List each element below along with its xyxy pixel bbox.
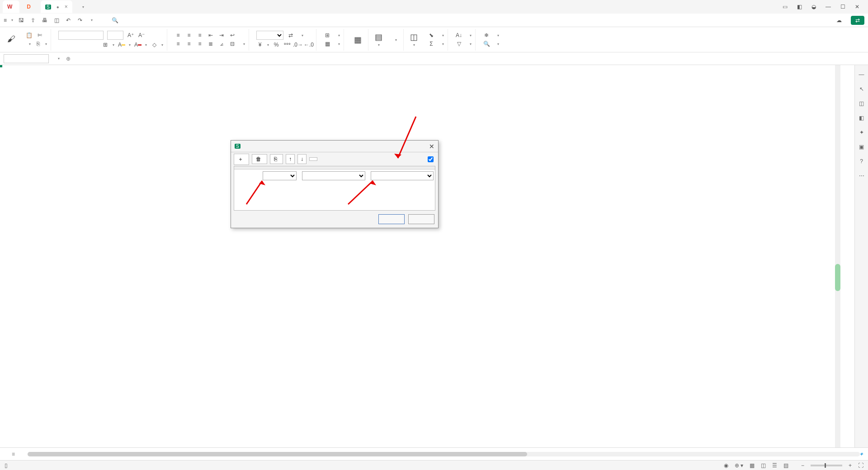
bold-button[interactable]	[58, 41, 66, 48]
table-style-button[interactable]: ▤▾	[372, 32, 385, 47]
zoom-in-icon[interactable]: +	[849, 462, 852, 469]
comma-icon[interactable]: ᵒᵒᵒ	[283, 41, 291, 48]
file-menu[interactable]: ▾	[9, 18, 13, 22]
fill-handle[interactable]	[0, 65, 2, 67]
border-icon[interactable]: ⊞	[102, 41, 109, 48]
app-tab[interactable]: W	[3, 0, 19, 13]
vertical-scrollbar[interactable]	[835, 65, 840, 447]
minimize-button[interactable]: —	[824, 4, 833, 10]
align-center-icon[interactable]: ≡	[185, 40, 193, 47]
currency-icon[interactable]: ¥	[256, 41, 264, 48]
find-icon[interactable]: 🔍	[483, 40, 490, 47]
dialog-titlebar[interactable]: S ✕	[231, 141, 438, 152]
add-condition-button[interactable]: ＋	[234, 154, 249, 165]
export-icon[interactable]: ⇪	[29, 17, 37, 24]
close-tab-icon[interactable]: ×	[65, 4, 68, 10]
more-icon[interactable]: ⋯	[859, 173, 864, 179]
layers-icon[interactable]: ▣	[859, 144, 864, 150]
view-normal-icon[interactable]: ▦	[750, 462, 755, 469]
merge-icon[interactable]: ⊟	[229, 40, 236, 47]
target-icon[interactable]: ⊕ ▾	[735, 462, 743, 469]
move-down-button[interactable]: ↓	[297, 154, 307, 164]
fill-color-icon[interactable]: A	[118, 41, 125, 48]
grid[interactable]	[0, 65, 854, 447]
order-select[interactable]	[371, 171, 434, 180]
eye-icon[interactable]: ◉	[724, 462, 728, 469]
template-tab[interactable]: D	[22, 0, 38, 13]
view-custom-icon[interactable]: ▤	[783, 462, 788, 469]
paste-icon[interactable]: 📋	[25, 32, 33, 39]
name-box[interactable]	[4, 54, 49, 63]
zoom-out-icon[interactable]: −	[801, 462, 804, 469]
select-icon[interactable]: ↖	[859, 86, 864, 92]
undo-icon[interactable]: ↶	[65, 17, 72, 24]
close-dialog-button[interactable]: ✕	[429, 143, 434, 150]
align-right-icon[interactable]: ≡	[196, 40, 203, 47]
cancel-button[interactable]	[408, 214, 434, 224]
sort-icon[interactable]: A↓	[455, 32, 462, 39]
scroll-thumb[interactable]	[835, 264, 840, 291]
minus-icon[interactable]: —	[859, 71, 864, 78]
help-icon[interactable]: ?	[860, 158, 863, 164]
close-window-button[interactable]: ✕	[853, 4, 862, 10]
cond-format-button[interactable]: ▾	[392, 37, 400, 42]
increase-font-icon[interactable]: A⁺	[127, 32, 134, 39]
underline-button[interactable]	[80, 41, 87, 48]
font-name-select[interactable]	[58, 31, 104, 40]
fullscreen-icon[interactable]: ⛶	[858, 462, 863, 469]
delete-condition-button[interactable]: 🗑	[252, 154, 267, 164]
number-format-select[interactable]	[256, 31, 283, 40]
indent-inc-icon[interactable]: ⇥	[218, 32, 225, 39]
header-checkbox[interactable]	[428, 156, 435, 162]
filter-icon[interactable]: ▽	[455, 40, 462, 47]
sheet-list-icon[interactable]: ≡	[12, 451, 15, 457]
record-icon[interactable]: ▯	[5, 462, 8, 469]
align-left-icon[interactable]: ≡	[175, 40, 182, 47]
wrap-icon[interactable]: ↩	[229, 32, 236, 39]
copy-condition-button[interactable]: ⎘	[270, 154, 283, 164]
indent-dec-icon[interactable]: ⇤	[207, 32, 214, 39]
format-painter-button[interactable]: 🖌	[5, 34, 18, 45]
cut-icon[interactable]: ✄	[36, 32, 43, 39]
convert-icon[interactable]: ⇄	[287, 32, 294, 39]
key-select[interactable]	[263, 171, 297, 180]
cell-style-button[interactable]: ◫▾	[407, 32, 420, 47]
preview-icon[interactable]: ◫	[53, 17, 60, 24]
orientation-icon[interactable]: ⦞	[218, 40, 225, 47]
redo-icon[interactable]: ↷	[76, 17, 84, 24]
basis-select[interactable]	[302, 171, 365, 180]
horizontal-scrollbar[interactable]	[28, 452, 860, 456]
decrease-font-icon[interactable]: A⁻	[138, 32, 145, 39]
expand-icon[interactable]: ⊕	[66, 56, 71, 62]
hamburger-icon[interactable]: ≡	[4, 17, 7, 24]
dec-decimal-icon[interactable]: ←.0	[305, 41, 312, 48]
new-tab-button[interactable]: ▾	[75, 0, 89, 13]
copy-icon[interactable]: ⎘	[34, 40, 42, 47]
options-button[interactable]	[309, 157, 317, 161]
panel-icon[interactable]: ◫	[859, 100, 864, 107]
sum-icon[interactable]: Σ	[428, 40, 435, 47]
italic-button[interactable]	[69, 41, 76, 48]
justify-icon[interactable]: ≣	[207, 40, 214, 47]
formula-input[interactable]	[80, 54, 864, 63]
chevron-down-icon[interactable]: ▾	[82, 5, 84, 9]
percent-icon[interactable]: %	[273, 41, 280, 48]
maximize-button[interactable]: ☐	[838, 4, 847, 10]
align-middle-icon[interactable]: ≡	[185, 32, 193, 39]
highlight-icon[interactable]: ◇	[151, 41, 158, 48]
header-check-input[interactable]	[428, 156, 434, 162]
inc-decimal-icon[interactable]: .0→	[294, 41, 302, 48]
view-page-icon[interactable]: ◫	[761, 462, 766, 469]
share-button[interactable]: ⇄	[851, 16, 864, 25]
font-size-select[interactable]	[107, 31, 123, 40]
font-color-icon[interactable]: A	[134, 41, 142, 48]
search-icon[interactable]: 🔍	[112, 17, 118, 24]
freeze-icon[interactable]: ❄	[483, 32, 490, 39]
save-icon[interactable]: 🖫	[18, 17, 25, 24]
print-icon[interactable]: 🖶	[41, 17, 48, 24]
fill-icon[interactable]: ⬊	[428, 32, 435, 39]
style-panel-icon[interactable]: ◧	[859, 115, 864, 121]
view-break-icon[interactable]: ☰	[772, 462, 777, 469]
zoom-slider[interactable]	[811, 465, 842, 466]
cube-icon[interactable]: ◧	[795, 4, 804, 10]
